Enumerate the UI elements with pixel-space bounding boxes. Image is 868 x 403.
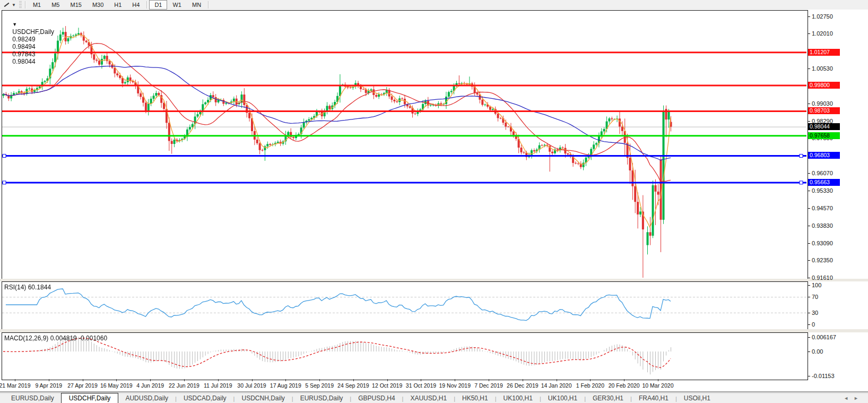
date-axis-tick bbox=[421, 379, 421, 381]
level-price-badge: 0.98703 bbox=[808, 107, 840, 114]
chart-tab-fra40-h1[interactable]: FRA40,H1 bbox=[632, 393, 675, 403]
timeframe-button-m1[interactable]: M1 bbox=[28, 0, 46, 10]
date-axis-tick bbox=[252, 379, 253, 381]
date-axis-label: 20 Feb 2020 bbox=[609, 382, 640, 389]
symbol-name: USDCHF,Daily bbox=[12, 28, 54, 36]
level-price-badge: 1.01207 bbox=[808, 49, 840, 56]
price-axis-tick bbox=[808, 260, 810, 261]
chart-tab-usdchf-daily[interactable]: USDCHF,Daily bbox=[61, 393, 119, 403]
rsi-label: RSI(14) 60.1844 bbox=[4, 284, 51, 291]
date-axis-tick bbox=[319, 379, 320, 381]
macd-axis-tick bbox=[808, 376, 810, 376]
price-axis-label: 1.02750 bbox=[812, 13, 833, 20]
date-axis-label: 17 Aug 2019 bbox=[270, 382, 301, 389]
timeframe-button-w1[interactable]: W1 bbox=[167, 0, 187, 10]
date-axis-label: 26 Dec 2019 bbox=[507, 382, 539, 389]
chart-tab-ger30-h1[interactable]: GER30,H1 bbox=[586, 393, 630, 403]
chart-tab-usdcnh-daily[interactable]: USDCNH,Daily bbox=[235, 393, 291, 403]
level-price-badge: 0.96803 bbox=[808, 152, 840, 159]
ohlc-low: 0.97843 bbox=[12, 50, 35, 58]
date-axis-tick bbox=[590, 379, 591, 381]
rsi-canvas[interactable] bbox=[2, 282, 806, 329]
date-axis-tick bbox=[83, 379, 83, 381]
price-axis-tick bbox=[808, 121, 810, 122]
toolbar-grip[interactable] bbox=[19, 1, 22, 8]
timeframe-button-h1[interactable]: H1 bbox=[109, 0, 127, 10]
chart-window: ▼ USDCHF,Daily 0.98249 0.98494 0.97843 0… bbox=[0, 10, 868, 392]
timeframe-button-m5[interactable]: M5 bbox=[46, 0, 65, 10]
price-axis-label: 0.93090 bbox=[812, 240, 833, 246]
window-bottom-border bbox=[0, 391, 868, 392]
date-axis-tick bbox=[523, 379, 523, 381]
date-axis-label: 10 Mar 2020 bbox=[643, 382, 674, 389]
price-axis-tick bbox=[808, 16, 810, 17]
date-axis-tick bbox=[455, 379, 455, 381]
date-axis-tick bbox=[353, 379, 354, 381]
date-axis-label: 16 May 2019 bbox=[100, 382, 133, 389]
symbol-dropdown-triangle[interactable]: ▼ bbox=[12, 22, 17, 27]
date-axis-tick bbox=[658, 379, 658, 381]
date-axis-label: 12 Oct 2019 bbox=[372, 382, 402, 389]
timeframe-button-mn[interactable]: MN bbox=[187, 0, 206, 10]
rsi-axis-label: 0 bbox=[812, 321, 815, 328]
date-axis-tick bbox=[49, 379, 49, 381]
price-axis-tick bbox=[808, 104, 810, 104]
level-price-badge: 0.95663 bbox=[808, 179, 840, 186]
date-axis-label: 14 Jan 2020 bbox=[541, 382, 572, 389]
crosshair-tool-icon[interactable] bbox=[3, 2, 10, 8]
date-axis-tick bbox=[116, 379, 117, 381]
date-axis-tick bbox=[184, 379, 185, 381]
price-axis-label: 0.96070 bbox=[812, 170, 833, 176]
price-axis-tick bbox=[808, 208, 810, 209]
chart-tab-usoil-h1[interactable]: USOil,H1 bbox=[677, 393, 717, 403]
ohlc-close: 0.98044 bbox=[12, 58, 35, 65]
price-axis-label: 0.95330 bbox=[812, 187, 833, 194]
price-axis-tick bbox=[808, 243, 810, 244]
date-axis-label: 1 Feb 2020 bbox=[576, 382, 604, 389]
date-axis-label: 11 Jul 2019 bbox=[204, 382, 232, 389]
current-price-badge: 0.98044 bbox=[808, 123, 840, 130]
macd-axis-tick bbox=[808, 351, 810, 352]
price-axis-tick bbox=[808, 191, 810, 191]
chart-tab-eurusd-daily[interactable]: EURUSD,Daily bbox=[293, 393, 350, 403]
date-axis-label: 4 Jun 2019 bbox=[136, 382, 164, 389]
chart-tab-uk100-h1[interactable]: UK100,H1 bbox=[541, 393, 584, 403]
price-chart-canvas[interactable] bbox=[2, 11, 806, 278]
chart-tab-hk50-h1[interactable]: HK50,H1 bbox=[455, 393, 495, 403]
toolbar-separator bbox=[25, 1, 26, 8]
chart-tab-eurusd-daily[interactable]: EURUSD,Daily bbox=[4, 393, 61, 403]
tab-scroll-left-icon[interactable]: ◄ bbox=[844, 396, 854, 401]
chart-tab-xauusd-h1[interactable]: XAUUSD,H1 bbox=[403, 393, 454, 403]
chart-tab-usdcad-daily[interactable]: USDCAD,Daily bbox=[177, 393, 233, 403]
timeframe-button-m15[interactable]: M15 bbox=[65, 0, 86, 10]
chart-tab-uk100-h1[interactable]: UK100,H1 bbox=[497, 393, 540, 403]
price-axis-label: 1.02010 bbox=[812, 30, 833, 37]
price-axis-label: 0.99030 bbox=[812, 100, 833, 107]
timeframe-button-d1[interactable]: D1 bbox=[149, 0, 167, 10]
date-axis-label: 31 Oct 2019 bbox=[406, 382, 436, 389]
tab-scroll-arrows[interactable]: ◄► bbox=[844, 396, 864, 401]
tab-scroll-right-icon[interactable]: ► bbox=[854, 396, 864, 401]
date-axis-label: 30 Jul 2019 bbox=[237, 382, 266, 389]
ohlc-open: 0.98249 bbox=[12, 36, 35, 43]
timeframe-button-m30[interactable]: M30 bbox=[87, 0, 109, 10]
date-axis-tick bbox=[150, 379, 151, 381]
timeframe-button-h4[interactable]: H4 bbox=[127, 0, 145, 10]
price-axis-tick bbox=[808, 226, 810, 226]
chart-tab-gbpusd-h4[interactable]: GBPUSD,H4 bbox=[351, 393, 402, 403]
rsi-axis-label: 30 bbox=[812, 310, 818, 316]
timeframe-toolbar: ▼ M1M5M15M30H1H4D1W1MN bbox=[0, 0, 868, 10]
chart-tab-audusd-daily[interactable]: AUDUSD,Daily bbox=[118, 393, 175, 403]
rsi-axis-tick bbox=[808, 313, 810, 313]
level-price-badge: 0.97658 bbox=[808, 132, 840, 139]
price-axis-label: 0.92350 bbox=[812, 257, 833, 263]
macd-canvas[interactable] bbox=[2, 333, 806, 379]
chart-title: ▼ USDCHF,Daily 0.98249 0.98494 0.97843 0… bbox=[5, 13, 56, 73]
date-axis-tick bbox=[387, 379, 388, 381]
rsi-axis-tick bbox=[808, 324, 810, 325]
date-axis-label: 19 Nov 2019 bbox=[439, 382, 471, 389]
date-axis-tick bbox=[624, 379, 624, 381]
macd-axis-label: 0.00 bbox=[812, 348, 823, 355]
toolbar-dropdown-caret[interactable]: ▼ bbox=[12, 3, 16, 7]
rsi-axis-label: 70 bbox=[812, 294, 818, 300]
